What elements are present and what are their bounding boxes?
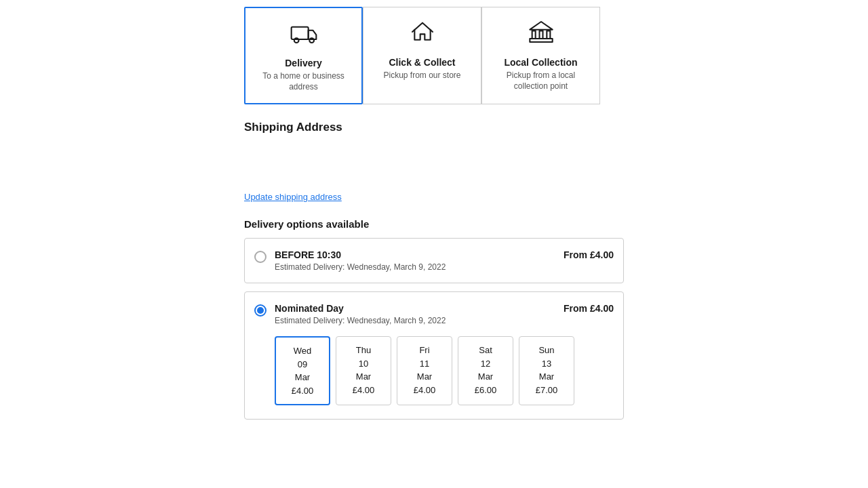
option-nominated-day-estimate: Estimated Delivery: Wednesday, March 9, … <box>275 316 614 325</box>
bank-icon <box>528 18 555 52</box>
radio-before-1030[interactable] <box>254 251 267 263</box>
option-nominated-day[interactable]: Nominated Day From £4.00 Estimated Deliv… <box>244 291 624 420</box>
option-before-1030-details: BEFORE 10:30 From £4.00 Estimated Delive… <box>275 249 614 272</box>
date-sat-12-price: £6.00 <box>462 384 509 397</box>
svg-rect-6 <box>547 30 550 39</box>
date-thu-10-price: £4.00 <box>340 384 387 397</box>
address-display <box>244 145 624 186</box>
delivery-options-title: Delivery options available <box>244 218 624 230</box>
svg-marker-7 <box>530 22 552 30</box>
date-sun-13-month: Mar <box>524 370 570 384</box>
date-sat-12-day: Sat <box>462 344 509 357</box>
option-before-1030-price: From £4.00 <box>564 249 614 260</box>
date-sun-13[interactable]: Sun 13 Mar £7.00 <box>519 336 574 405</box>
truck-icon <box>290 19 317 52</box>
date-sun-13-num: 13 <box>524 357 570 371</box>
date-sun-13-price: £7.00 <box>524 384 570 397</box>
option-before-1030-name: BEFORE 10:30 <box>275 249 341 260</box>
date-fri-11-price: £4.00 <box>401 384 448 397</box>
tab-delivery-subtitle: To a home or business address <box>254 71 353 92</box>
date-wed-09-day: Wed <box>280 344 325 358</box>
home-icon <box>409 18 436 52</box>
shipping-address-section: Shipping Address Update shipping address <box>244 121 624 218</box>
svg-rect-0 <box>291 27 308 39</box>
date-wed-09-month: Mar <box>280 371 325 384</box>
option-nominated-day-price: From £4.00 <box>564 303 614 314</box>
option-before-1030[interactable]: BEFORE 10:30 From £4.00 Estimated Delive… <box>244 238 624 283</box>
tab-local-collection-subtitle: Pickup from a local collection point <box>490 70 591 92</box>
date-fri-11-month: Mar <box>401 370 448 384</box>
tab-local-collection-title: Local Collection <box>504 57 577 68</box>
date-sat-12[interactable]: Sat 12 Mar £6.00 <box>458 336 513 405</box>
date-wed-09-num: 09 <box>280 358 325 371</box>
tab-click-collect-subtitle: Pickup from our store <box>383 70 460 81</box>
radio-nominated-day[interactable] <box>254 304 267 317</box>
option-before-1030-estimate: Estimated Delivery: Wednesday, March 9, … <box>275 262 614 272</box>
tab-click-collect-title: Click & Collect <box>389 57 455 68</box>
date-wed-09-price: £4.00 <box>280 384 325 398</box>
date-fri-11-day: Fri <box>401 344 448 357</box>
svg-rect-4 <box>532 30 535 39</box>
date-thu-10[interactable]: Thu 10 Mar £4.00 <box>336 336 391 405</box>
date-sat-12-num: 12 <box>462 357 509 371</box>
date-fri-11-num: 11 <box>401 357 448 371</box>
svg-point-2 <box>309 38 314 43</box>
tab-delivery-title: Delivery <box>285 58 321 68</box>
option-nominated-day-details: Nominated Day From £4.00 Estimated Deliv… <box>275 303 614 405</box>
option-before-1030-header: BEFORE 10:30 From £4.00 <box>275 249 614 260</box>
delivery-options-section: Delivery options available BEFORE 10:30 … <box>244 218 624 420</box>
date-picker: Wed 09 Mar £4.00 Thu 10 Mar £4.00 <box>275 336 614 405</box>
date-thu-10-month: Mar <box>340 370 387 384</box>
tab-delivery[interactable]: Delivery To a home or business address <box>244 7 363 104</box>
tab-click-collect[interactable]: Click & Collect Pickup from our store <box>363 7 481 104</box>
option-nominated-day-header: Nominated Day From £4.00 <box>275 303 614 314</box>
date-fri-11[interactable]: Fri 11 Mar £4.00 <box>397 336 452 405</box>
delivery-tabs: Delivery To a home or business address C… <box>244 7 624 104</box>
shipping-address-title: Shipping Address <box>244 121 624 134</box>
date-sun-13-day: Sun <box>524 344 570 357</box>
svg-point-1 <box>294 38 298 43</box>
tab-local-collection[interactable]: Local Collection Pickup from a local col… <box>481 7 600 104</box>
date-thu-10-num: 10 <box>340 357 387 371</box>
update-address-link[interactable]: Update shipping address <box>244 192 342 202</box>
date-sat-12-month: Mar <box>462 370 509 384</box>
date-thu-10-day: Thu <box>340 344 387 357</box>
svg-rect-5 <box>539 30 542 39</box>
option-nominated-day-name: Nominated Day <box>275 303 344 314</box>
date-wed-09[interactable]: Wed 09 Mar £4.00 <box>275 336 330 405</box>
